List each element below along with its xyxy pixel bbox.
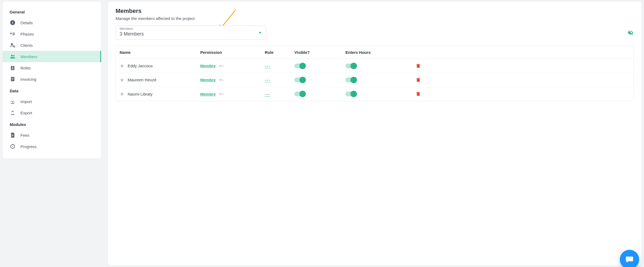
member-name: Maureen Heuzé [128, 78, 156, 82]
svg-point-20 [219, 65, 221, 66]
sidebar-item-import[interactable]: Import [3, 96, 101, 107]
members-select[interactable]: Members 3 Members [116, 26, 266, 40]
sidebar-item-phases[interactable]: Phases [3, 28, 101, 40]
col-role: Role [265, 50, 294, 55]
svg-rect-30 [223, 80, 223, 80]
badge-icon [10, 65, 16, 71]
col-enters-hours: Enters Hours [345, 50, 405, 55]
sidebar-item-progress[interactable]: Progress [3, 141, 101, 152]
sidebar-section-general: General [3, 6, 101, 17]
sidebar-item-clients[interactable]: Clients [3, 40, 101, 51]
sidebar-item-label: Import [20, 99, 32, 104]
table-row: Maureen Heuzé Membre --- [116, 73, 634, 87]
enters-hours-toggle[interactable] [345, 64, 356, 68]
sidebar-item-details[interactable]: Details [3, 17, 101, 28]
permission-link[interactable]: Membre [200, 92, 216, 96]
svg-rect-24 [417, 65, 420, 68]
chevron-down-icon [259, 32, 262, 34]
col-permission: Permission [200, 50, 265, 55]
svg-rect-9 [12, 65, 13, 66]
main-panel: Members Manage the members affected to t… [108, 2, 641, 265]
members-table: Name Permission Role Visible? Enters Hou… [116, 46, 634, 101]
svg-point-4 [13, 45, 15, 47]
page-title: Members [116, 8, 634, 15]
svg-rect-14 [11, 103, 15, 104]
sidebar-item-label: Phases [20, 32, 34, 36]
visible-toggle[interactable] [294, 92, 305, 96]
sidebar-item-label: Fees [20, 133, 29, 138]
visible-toggle[interactable] [294, 64, 305, 68]
svg-point-3 [11, 43, 13, 45]
person-search-icon [10, 42, 16, 48]
visibility-off-icon[interactable] [627, 30, 634, 36]
sidebar-item-fees[interactable]: $ Fees [3, 129, 101, 141]
svg-rect-31 [417, 79, 420, 82]
people-icon [10, 54, 16, 59]
enters-hours-toggle[interactable] [345, 92, 356, 96]
col-visible: Visible? [294, 50, 345, 55]
visible-toggle[interactable] [294, 78, 305, 82]
svg-rect-36 [222, 94, 223, 94]
sidebar-section-data: Data [3, 85, 101, 96]
svg-rect-32 [416, 78, 420, 79]
sidebar-item-label: Details [20, 20, 33, 25]
delete-button[interactable] [405, 63, 421, 69]
enters-hours-toggle[interactable] [345, 78, 356, 82]
key-icon [219, 91, 224, 97]
chat-fab[interactable] [620, 250, 639, 267]
svg-rect-23 [223, 66, 223, 66]
member-name: Naomi Libraty [128, 92, 153, 96]
role-link[interactable]: --- [265, 92, 270, 97]
phases-icon [10, 31, 16, 37]
role-link[interactable]: --- [265, 64, 270, 68]
permission-link[interactable]: Membre [200, 78, 216, 82]
sidebar-item-label: Export [20, 111, 32, 115]
key-icon [219, 63, 224, 69]
select-label: Members [120, 27, 262, 31]
sidebar-item-label: Invoicing [20, 77, 36, 82]
table-row: Naomi Libraty Membre --- [116, 87, 634, 101]
svg-point-6 [11, 55, 13, 56]
member-name: Eddy Jaccoux [128, 64, 153, 68]
svg-rect-22 [222, 66, 223, 66]
svg-rect-40 [418, 92, 419, 93]
download-icon [10, 99, 16, 104]
svg-rect-1 [12, 22, 13, 24]
svg-point-10 [12, 67, 13, 68]
svg-rect-2 [12, 21, 13, 22]
svg-rect-39 [416, 92, 420, 93]
svg-point-34 [219, 93, 221, 94]
delete-button[interactable] [405, 77, 421, 83]
svg-rect-11 [12, 78, 13, 78]
sidebar-item-members[interactable]: Members [3, 51, 101, 62]
svg-point-7 [13, 55, 15, 57]
permission-link[interactable]: Membre [200, 64, 216, 68]
svg-rect-29 [222, 80, 223, 80]
sidebar-item-export[interactable]: Export [3, 107, 101, 118]
star-icon[interactable] [120, 92, 124, 96]
sidebar-item-label: Progress [20, 144, 37, 149]
star-icon[interactable] [120, 78, 124, 82]
svg-rect-12 [12, 79, 13, 79]
sidebar-item-label: Clients [20, 43, 33, 48]
svg-rect-15 [11, 114, 15, 115]
sidebar-item-invoicing[interactable]: Invoicing [3, 73, 101, 85]
table-header: Name Permission Role Visible? Enters Hou… [116, 46, 634, 59]
receipt-icon [10, 76, 16, 82]
svg-rect-26 [418, 64, 419, 64]
table-row: Eddy Jaccoux Membre --- [116, 59, 634, 73]
key-icon [219, 77, 224, 83]
sidebar-item-roles[interactable]: Roles [3, 62, 101, 73]
svg-point-18 [12, 146, 13, 147]
select-value: 3 Members [120, 31, 262, 37]
svg-text:$: $ [12, 134, 13, 137]
svg-rect-38 [417, 93, 420, 96]
svg-rect-37 [223, 94, 223, 94]
col-name: Name [120, 50, 200, 55]
page-subtitle: Manage the members affected to the proje… [116, 16, 634, 21]
svg-rect-33 [418, 78, 419, 78]
star-icon[interactable] [120, 64, 124, 68]
delete-button[interactable] [405, 91, 421, 97]
role-link[interactable]: --- [265, 78, 270, 82]
sidebar: General Details Phases Clients Members [3, 2, 101, 159]
